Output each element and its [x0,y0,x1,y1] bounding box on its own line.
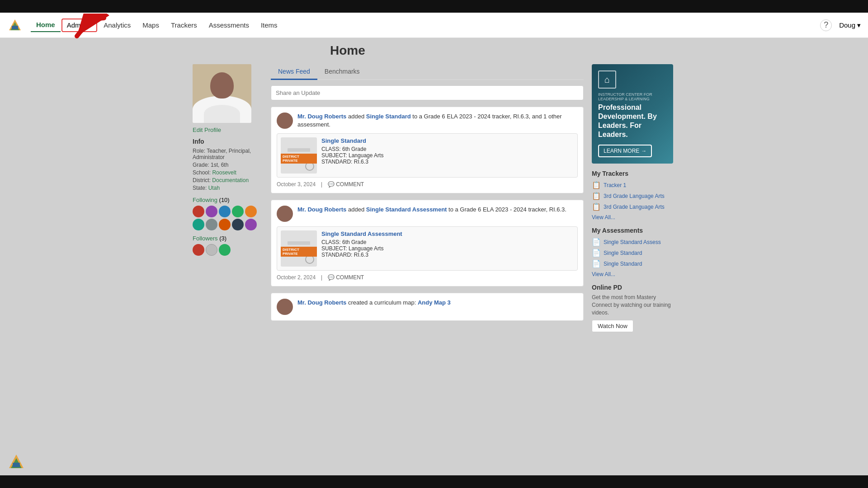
nav-items[interactable]: Items [255,19,283,32]
share-update-input[interactable] [271,85,584,100]
nav-home[interactable]: Home [31,18,61,32]
avatar [245,219,257,230]
trackers-view-all[interactable]: View All... [592,214,615,221]
help-icon[interactable]: ? [820,19,832,31]
feed-item-link[interactable]: Andy Map 3 [418,299,451,306]
navbar: Home Admin ▾ Analytics Maps Trackers Ass… [0,13,868,38]
feed-text: Mr. Doug Roberts created a curriculum ma… [297,299,451,307]
feed-item: Mr. Doug Roberts created a curriculum ma… [271,293,584,321]
feed-area: News Feed Benchmarks Mr. Doug Roberts ad… [271,64,584,338]
feed-text: Mr. Doug Roberts added Single Standard A… [297,206,566,214]
watch-now-button[interactable]: Watch Now [592,320,633,332]
arrow-icon: → [641,148,646,154]
feed-item-link[interactable]: Single Standard Assessment [366,206,447,213]
feed-author-link[interactable]: Mr. Doug Roberts [297,206,346,213]
comment-btn[interactable]: 💬 COMMENT [328,274,364,281]
assessment-list-item: 📄 Single Standard [592,249,675,257]
assessment-icon: 📄 [592,259,601,268]
feed-avatar [277,113,293,129]
logo[interactable] [7,18,23,33]
district-private-badge: DISTRICT PRIVATE [281,247,317,257]
tab-news-feed[interactable]: News Feed [271,64,317,80]
feed-text: Mr. Doug Roberts added Single Standard t… [297,113,578,129]
feed-item: Mr. Doug Roberts added Single Standard A… [271,200,584,286]
tracker-list-item: 📋 Tracker 1 [592,181,675,189]
ad-title: Professional Development. By Leaders. Fo… [598,103,667,139]
tracker-link[interactable]: 3rd Grade Language Arts [604,193,665,199]
following-section: Following (10) [193,197,263,230]
edit-profile-link[interactable]: Edit Profile [193,127,263,133]
avatar [232,219,244,230]
main-container: Edit Profile Info Role: Teacher, Princip… [185,58,683,345]
nav-trackers[interactable]: Trackers [165,19,203,32]
learn-more-button[interactable]: LEARN MORE → [598,145,652,157]
tracker-icon: 📋 [592,202,601,211]
tracker-icon: 📋 [592,192,601,200]
following-link[interactable]: Following [193,197,217,203]
assessment-link[interactable]: Single Standard [604,261,642,267]
feed-avatar [277,206,293,222]
followers-avatars [193,244,263,256]
tracker-list-item: 📋 3rd Grade Language Arts [592,202,675,211]
card-thumbnail: DISTRICT PRIVATE [281,230,317,267]
dropdown-icon: ▾ [88,21,92,29]
feed-footer: October 2, 2024 | 💬 COMMENT [277,274,578,281]
avatar [206,244,217,256]
comment-btn[interactable]: 💬 COMMENT [328,181,364,188]
feed-footer: October 3, 2024 | 💬 COMMENT [277,181,578,188]
assessment-icon: 📄 [592,238,601,246]
district-link[interactable]: Documentation [212,177,249,183]
assessment-list-item: 📄 Single Standard Assess [592,238,675,246]
tab-benchmarks[interactable]: Benchmarks [317,64,367,80]
tracker-link[interactable]: Tracker 1 [604,182,626,188]
nav-right: ? Doug ▾ [820,19,861,31]
online-pd-section: Online PD Get the most from Mastery Conn… [592,284,675,332]
nav-maps[interactable]: Maps [137,19,165,32]
info-section: Info Role: Teacher, Principal, Administr… [193,138,263,191]
svg-rect-2 [12,26,18,29]
followers-section: Followers (3) [193,235,263,256]
tracker-link[interactable]: 3rd Grade Language Arts [604,204,665,210]
my-assessments-section: My Assessments 📄 Single Standard Assess … [592,227,675,277]
comment-icon: 💬 [328,181,335,188]
avatar [219,244,231,256]
avatar [219,219,231,230]
avatar [206,206,217,217]
nav-analytics[interactable]: Analytics [98,19,136,32]
avatar [193,219,204,230]
nav-links: Home Admin ▾ Analytics Maps Trackers Ass… [31,18,820,32]
feed-item-link[interactable]: Single Standard [366,113,411,120]
ad-subtitle: INSTRUCTOR CENTER FOR LEADERSHIP & LEARN… [598,92,667,101]
profile-photo [193,64,251,123]
feed-tabs: News Feed Benchmarks [271,64,584,80]
assessment-link[interactable]: Single Standard Assess [604,239,661,245]
comment-icon: 💬 [328,274,335,281]
avatar [232,206,244,217]
nav-admin[interactable]: Admin ▾ [61,19,98,32]
feed-card: DISTRICT PRIVATE Single Standard CLASS: … [277,133,578,178]
page-title: Home [185,38,683,58]
card-thumbnail: DISTRICT PRIVATE [281,137,317,174]
nav-assessments[interactable]: Assessments [203,19,255,32]
school-link[interactable]: Roosevelt [212,169,236,176]
state-link[interactable]: Utah [208,185,220,191]
ad-banner: ⌂ INSTRUCTOR CENTER FOR LEADERSHIP & LEA… [592,64,673,164]
avatar [193,206,204,217]
avatar [193,244,204,256]
avatar [245,206,257,217]
feed-item: Mr. Doug Roberts added Single Standard t… [271,107,584,193]
assessment-icon: 📄 [592,249,601,257]
assessment-link[interactable]: Single Standard [604,250,642,256]
feed-card: DISTRICT PRIVATE Single Standard Assessm… [277,226,578,271]
user-menu[interactable]: Doug ▾ [839,21,861,29]
feed-author-link[interactable]: Mr. Doug Roberts [297,113,346,120]
sidebar: Edit Profile Info Role: Teacher, Princip… [193,64,263,338]
card-info: Single Standard Assessment CLASS: 6th Gr… [321,230,402,267]
avatar [206,219,217,230]
feed-avatar [277,299,293,315]
user-dropdown-icon: ▾ [857,21,861,29]
feed-author-link[interactable]: Mr. Doug Roberts [297,299,346,306]
followers-link[interactable]: Followers [193,235,218,242]
following-avatars [193,206,263,230]
assessments-view-all[interactable]: View All... [592,271,615,277]
